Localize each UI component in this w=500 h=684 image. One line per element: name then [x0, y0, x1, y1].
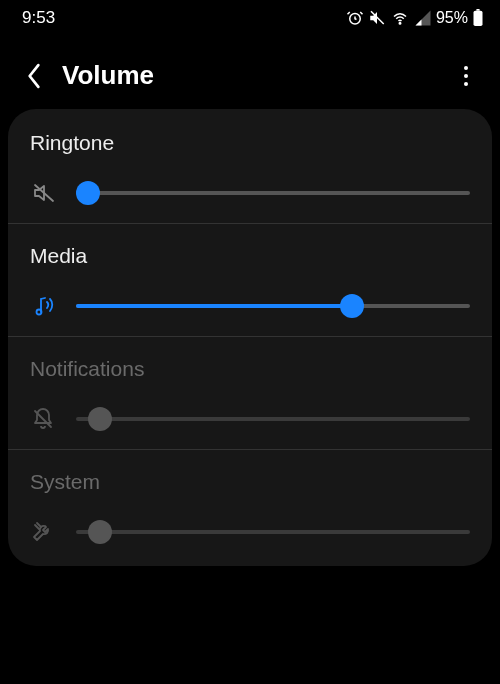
bell-mute-icon [30, 407, 56, 431]
ringtone-slider[interactable] [76, 181, 470, 205]
ringtone-label: Ringtone [30, 131, 470, 155]
page-title: Volume [62, 60, 452, 91]
system-label: System [30, 470, 470, 494]
svg-point-1 [399, 23, 401, 25]
battery-text: 95% [436, 9, 468, 27]
more-button[interactable] [452, 62, 480, 90]
speaker-mute-icon [30, 181, 58, 205]
notifications-label: Notifications [30, 357, 470, 381]
system-section: System [8, 450, 492, 562]
media-label: Media [30, 244, 470, 268]
wifi-icon [390, 9, 410, 27]
alarm-icon [346, 9, 364, 27]
chevron-left-icon [26, 63, 42, 89]
system-slider-thumb [88, 520, 112, 544]
signal-icon [414, 9, 432, 27]
media-slider-thumb[interactable] [340, 294, 364, 318]
status-time: 9:53 [22, 8, 55, 28]
ringtone-slider-thumb[interactable] [76, 181, 100, 205]
tools-icon [30, 520, 56, 544]
status-bar: 9:53 95% [0, 0, 500, 32]
notifications-slider-thumb [88, 407, 112, 431]
more-icon [464, 66, 468, 70]
volume-panel: Ringtone Media Notifications [8, 109, 492, 566]
media-section: Media [8, 224, 492, 337]
ringtone-section: Ringtone [8, 131, 492, 224]
mute-icon [368, 9, 386, 27]
battery-icon [472, 9, 484, 27]
back-button[interactable] [20, 62, 48, 90]
media-slider[interactable] [76, 294, 470, 318]
header: Volume [0, 32, 500, 109]
status-icons: 95% [346, 9, 484, 27]
svg-point-4 [37, 310, 42, 315]
music-note-icon [30, 294, 58, 318]
svg-rect-2 [474, 11, 483, 26]
notifications-section: Notifications [8, 337, 492, 450]
svg-rect-3 [476, 9, 480, 11]
notifications-slider [76, 407, 470, 431]
system-slider [76, 520, 470, 544]
